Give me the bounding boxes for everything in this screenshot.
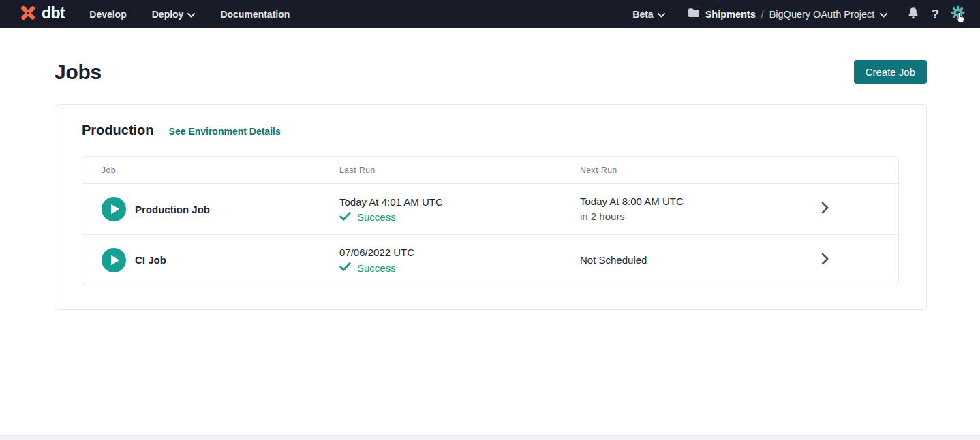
play-icon: [102, 197, 126, 221]
last-run-cell: Today At 4:01 AM UTC Success: [339, 195, 580, 223]
check-icon: [339, 262, 351, 274]
nav-deploy[interactable]: Deploy: [152, 9, 196, 20]
column-header-last-run: Last Run: [339, 166, 580, 175]
page-title: Jobs: [55, 61, 102, 84]
job-name: Production Job: [135, 204, 210, 215]
nav-documentation[interactable]: Documentation: [220, 9, 290, 20]
mouse-cursor-icon: [955, 12, 965, 26]
run-job-button[interactable]: [102, 197, 126, 221]
next-run-note: in 2 hours: [580, 210, 806, 223]
last-run-status: Success: [339, 211, 580, 223]
job-cell: CI Job: [102, 248, 339, 272]
main-content: Jobs Create Job Production See Environme…: [0, 28, 980, 310]
next-run-cell: Today At 8:00 AM UTC in 2 hours: [580, 195, 806, 223]
job-cell: Production Job: [102, 197, 339, 221]
check-icon: [339, 211, 351, 223]
row-detail-button[interactable]: [806, 202, 844, 217]
last-run-time: 07/06/2022 UTC: [339, 246, 580, 260]
project-dropdown[interactable]: BigQuery OAuth Project: [769, 9, 888, 20]
chevron-down-icon: [658, 9, 665, 20]
project-name: BigQuery OAuth Project: [769, 9, 875, 20]
next-run-time: Not Scheduled: [580, 253, 806, 267]
row-detail-button[interactable]: [806, 253, 844, 268]
job-row-ci[interactable]: CI Job 07/06/2022 UTC Success Not Schedu…: [82, 234, 898, 285]
beta-label: Beta: [632, 9, 653, 20]
environment-card: Production See Environment Details Job L…: [55, 104, 927, 310]
primary-nav: Develop Deploy Documentation: [89, 9, 290, 20]
dbt-logo-text: dbt: [42, 5, 65, 23]
account-name[interactable]: Shipments: [705, 9, 756, 20]
job-name: CI Job: [135, 254, 166, 266]
beta-dropdown[interactable]: Beta: [632, 9, 664, 20]
notifications-button[interactable]: [907, 6, 919, 22]
chevron-down-icon: [880, 9, 887, 20]
settings-button[interactable]: [951, 5, 965, 22]
bottom-strip: [0, 435, 980, 440]
breadcrumb-separator: /: [761, 9, 764, 20]
top-navbar: dbt Develop Deploy Documentation Beta Sh…: [0, 0, 980, 28]
chevron-right-icon: [821, 253, 829, 268]
chevron-down-icon: [187, 9, 195, 20]
column-header-next-run: Next Run: [580, 166, 806, 175]
last-run-status: Success: [339, 262, 580, 274]
jobs-table: Job Last Run Next Run Production Job: [82, 156, 899, 285]
status-label: Success: [357, 262, 396, 274]
folder-icon: [688, 7, 700, 20]
play-icon: [102, 248, 126, 272]
environment-card-header: Production See Environment Details: [82, 123, 899, 138]
chevron-right-icon: [821, 202, 829, 217]
navbar-right: Beta Shipments / BigQuery OAuth Project: [632, 5, 965, 22]
see-environment-details-link[interactable]: See Environment Details: [169, 126, 281, 137]
nav-develop[interactable]: Develop: [89, 9, 126, 20]
job-row-production[interactable]: Production Job Today At 4:01 AM UTC Succ…: [82, 184, 898, 234]
run-job-button[interactable]: [102, 248, 126, 272]
navbar-left: dbt Develop Deploy Documentation: [18, 3, 290, 26]
last-run-time: Today At 4:01 AM UTC: [339, 195, 580, 209]
bell-icon: [907, 6, 919, 22]
last-run-cell: 07/06/2022 UTC Success: [339, 246, 580, 274]
help-button[interactable]: ?: [931, 7, 939, 22]
dbt-logo-icon: [18, 3, 38, 26]
column-header-job: Job: [102, 166, 339, 175]
nav-deploy-label: Deploy: [152, 9, 184, 20]
next-run-time: Today At 8:00 AM UTC: [580, 195, 806, 208]
create-job-button[interactable]: Create Job: [854, 60, 927, 84]
page-header: Jobs Create Job: [55, 60, 927, 84]
next-run-cell: Not Scheduled: [580, 253, 806, 267]
dbt-logo[interactable]: dbt: [18, 3, 65, 26]
environment-name: Production: [82, 123, 154, 138]
status-label: Success: [357, 211, 396, 223]
jobs-table-header: Job Last Run Next Run: [82, 157, 898, 184]
breadcrumb: Shipments / BigQuery OAuth Project: [688, 7, 888, 20]
